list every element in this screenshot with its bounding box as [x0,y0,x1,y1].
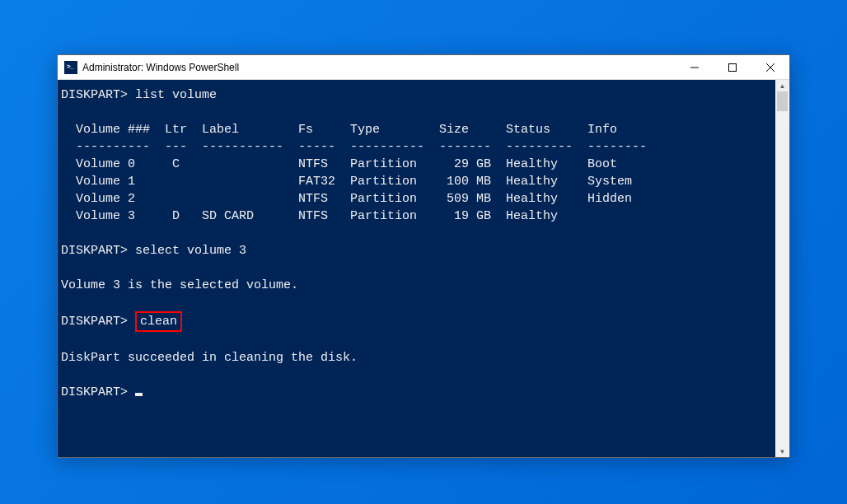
command-list-volume: list volume [135,88,217,102]
table-header: Volume ### Ltr Label Fs Type Size Status… [61,123,617,137]
table-row: Volume 0 C NTFS Partition 29 GB Healthy … [61,157,617,171]
message-selected: Volume 3 is the selected volume. [61,278,298,292]
maximize-button[interactable] [714,55,751,79]
prompt: DISKPART> [61,315,128,329]
terminal-output[interactable]: DISKPART> list volume Volume ### Ltr Lab… [58,80,775,457]
message-cleaned: DiskPart succeeded in cleaning the disk. [61,351,358,365]
scrollbar-thumb[interactable] [777,91,788,111]
window-title: Administrator: Windows PowerShell [82,62,676,73]
titlebar[interactable]: Administrator: Windows PowerShell [58,55,789,80]
scroll-up-arrow[interactable]: ▲ [775,80,789,91]
table-row: Volume 3 D SD CARD NTFS Partition 19 GB … [61,209,558,223]
table-row: Volume 1 FAT32 Partition 100 MB Healthy … [61,175,632,189]
table-divider: ---------- --- ----------- ----- -------… [61,140,647,154]
vertical-scrollbar[interactable]: ▲ ▼ [775,80,789,457]
prompt: DISKPART> [61,385,128,399]
prompt: DISKPART> [61,244,128,258]
minimize-button[interactable] [676,55,714,79]
scroll-down-arrow[interactable]: ▼ [775,446,789,457]
table-row: Volume 2 NTFS Partition 509 MB Healthy H… [61,192,632,206]
window-controls [676,55,789,79]
powershell-window: Administrator: Windows PowerShell DISKPA… [57,54,790,458]
command-clean-highlighted: clean [135,311,182,332]
terminal-area: DISKPART> list volume Volume ### Ltr Lab… [58,80,789,457]
cursor [135,393,143,396]
prompt: DISKPART> [61,88,128,102]
powershell-icon [64,61,77,74]
svg-rect-1 [729,63,737,71]
command-select-volume: select volume 3 [135,244,246,258]
close-button[interactable] [751,55,789,79]
